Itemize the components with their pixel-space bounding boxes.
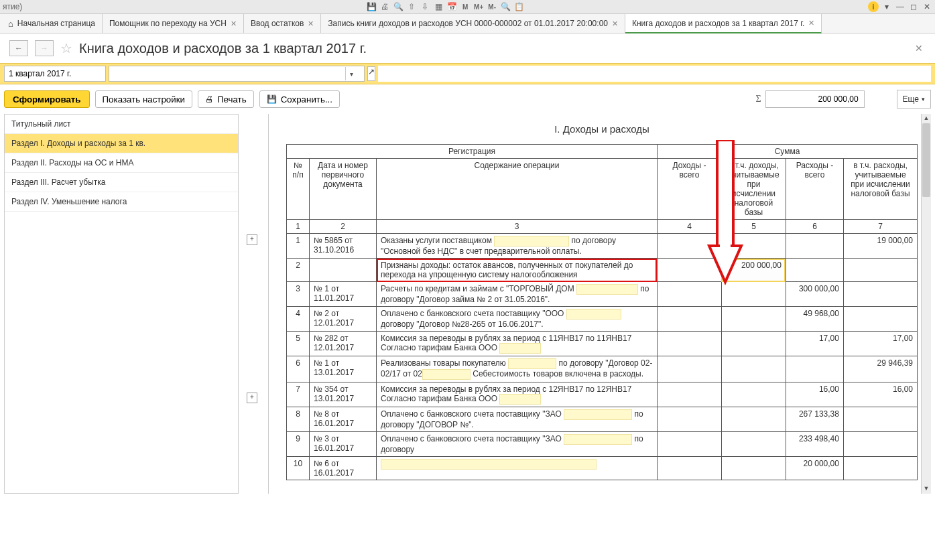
nav-forward-button[interactable]: →	[35, 40, 54, 56]
org-open-icon[interactable]: ↗	[367, 66, 375, 81]
cell-amount-7[interactable]: 17,00	[843, 332, 917, 356]
expand-toggle-1[interactable]: +	[247, 234, 257, 245]
sum-field[interactable]	[765, 90, 865, 108]
tab-4[interactable]: Книга доходов и расходов за 1 квартал 20…	[625, 14, 822, 33]
sidebar-item-4[interactable]: Раздел IV. Уменьшение налога	[5, 192, 238, 212]
cell-amount-6[interactable]	[786, 356, 843, 382]
cell-amount-5[interactable]	[721, 234, 786, 259]
sidebar-item-0[interactable]: Титульный лист	[5, 115, 238, 134]
cell-amount-6[interactable]	[786, 234, 843, 259]
favorite-star-icon[interactable]: ☆	[60, 40, 72, 56]
cell-operation: Оплачено с банковского счета поставщику …	[377, 307, 658, 332]
maximize-icon[interactable]: ◻	[908, 1, 919, 12]
tab-3[interactable]: Запись книги доходов и расходов УСН 0000…	[321, 14, 625, 33]
minimize-icon[interactable]: —	[895, 1, 906, 12]
cell-amount-6[interactable]: 300 000,00	[786, 282, 843, 307]
cell-amount-6[interactable]: 16,00	[786, 382, 843, 407]
cell-amount-6[interactable]	[786, 259, 843, 282]
cell-amount-5[interactable]	[721, 356, 786, 382]
copy-icon[interactable]: 📋	[513, 1, 524, 12]
tab-2[interactable]: Ввод остатков✕	[244, 14, 321, 33]
cell-amount-4[interactable]	[657, 382, 721, 407]
form-button[interactable]: Сформировать	[4, 90, 90, 108]
sidebar-item-3[interactable]: Раздел III. Расчет убытка	[5, 173, 238, 192]
header-expense-tax: в т.ч. расходы, учитываемые при исчислен…	[843, 159, 917, 220]
cell-amount-6[interactable]: 20 000,00	[786, 457, 843, 480]
cell-amount-5[interactable]	[721, 432, 786, 457]
cell-amount-7[interactable]: 16,00	[843, 382, 917, 407]
table-row: 4№ 2 от 12.01.2017Оплачено с банковского…	[287, 307, 918, 332]
cell-amount-5[interactable]	[721, 407, 786, 432]
cell-amount-4[interactable]	[657, 307, 721, 332]
cell-amount-5[interactable]	[721, 332, 786, 356]
cell-amount-5[interactable]	[721, 282, 786, 307]
save-icon[interactable]: 💾	[366, 1, 377, 12]
org-input[interactable]	[109, 67, 345, 80]
tab-close-icon[interactable]: ✕	[808, 19, 814, 27]
org-dropdown-icon[interactable]: ▾	[345, 67, 357, 80]
memory-mplus-icon[interactable]: M+	[473, 1, 484, 12]
print-button[interactable]: 🖨Печать	[198, 90, 254, 108]
nav-back-button[interactable]: ←	[9, 40, 28, 56]
report-toolbar: Сформировать Показать настройки 🖨Печать …	[0, 84, 935, 114]
cell-amount-4[interactable]	[657, 234, 721, 259]
period-combo[interactable]: …	[4, 66, 106, 82]
cell-amount-5[interactable]	[721, 382, 786, 407]
table-row: 10№ 6 от 16.01.201720 000,00	[287, 457, 918, 480]
tab-close-icon[interactable]: ✕	[308, 19, 314, 28]
info-icon[interactable]: i	[868, 1, 879, 12]
close-icon[interactable]: ✕	[922, 1, 932, 12]
cell-amount-4[interactable]	[657, 259, 721, 282]
header-sum: Сумма	[657, 145, 917, 159]
print-icon[interactable]: 🖨	[379, 1, 390, 12]
tab-label: Запись книги доходов и расходов УСН 0000…	[328, 19, 608, 28]
cell-amount-6[interactable]: 49 968,00	[786, 307, 843, 332]
cell-amount-6[interactable]: 17,00	[786, 332, 843, 356]
calendar-icon[interactable]: 📅	[446, 1, 457, 12]
sidebar-item-2[interactable]: Раздел II. Расходы на ОС и НМА	[5, 153, 238, 173]
cell-amount-5[interactable]: 200 000,00	[721, 259, 786, 282]
memory-m-icon[interactable]: M	[460, 1, 471, 12]
cell-amount-4[interactable]	[657, 457, 721, 480]
tab-close-icon[interactable]: ✕	[612, 19, 618, 28]
expand-toggle-2[interactable]: +	[247, 393, 257, 403]
cell-amount-7[interactable]	[843, 432, 917, 457]
tab-close-icon[interactable]: ✕	[231, 19, 237, 28]
download-icon[interactable]: ⇩	[420, 1, 430, 12]
cell-num: 7	[287, 382, 310, 407]
cell-amount-5[interactable]	[721, 457, 786, 480]
memory-mminus-icon[interactable]: M-	[487, 1, 497, 12]
dropdown-icon[interactable]: ▾	[881, 1, 892, 12]
cell-amount-7[interactable]: 19 000,00	[843, 234, 917, 259]
cell-amount-7[interactable]	[843, 259, 917, 282]
cell-amount-7[interactable]	[843, 407, 917, 432]
close-page-icon[interactable]: ✕	[912, 40, 926, 56]
cell-amount-7[interactable]	[843, 307, 917, 332]
search-icon[interactable]: 🔍	[393, 1, 403, 12]
cell-amount-6[interactable]: 267 133,38	[786, 407, 843, 432]
sidebar-item-1[interactable]: Раздел I. Доходы и расходы за 1 кв.	[5, 134, 238, 153]
upload-icon[interactable]: ⇧	[406, 1, 417, 12]
show-settings-button[interactable]: Показать настройки	[95, 90, 192, 108]
cell-amount-4[interactable]	[657, 332, 721, 356]
org-combo[interactable]: ▾	[109, 66, 365, 82]
period-input[interactable]	[5, 67, 113, 80]
cell-amount-6[interactable]: 233 498,40	[786, 432, 843, 457]
cell-amount-5[interactable]	[721, 307, 786, 332]
cell-amount-7[interactable]: 29 946,39	[843, 356, 917, 382]
cell-amount-4[interactable]	[657, 407, 721, 432]
cell-amount-7[interactable]	[843, 457, 917, 480]
save-button[interactable]: 💾Сохранить...	[259, 90, 340, 108]
zoom-icon[interactable]: 🔍	[500, 1, 511, 12]
header-colnum: 3	[377, 220, 658, 234]
header-colnum: 5	[721, 220, 786, 234]
tab-0[interactable]: ⌂Начальная страница	[1, 14, 103, 33]
cell-amount-4[interactable]	[657, 282, 721, 307]
more-button[interactable]: Еще▾	[897, 90, 931, 109]
grid-icon[interactable]: ▦	[433, 1, 444, 12]
cell-amount-4[interactable]	[657, 432, 721, 457]
tab-1[interactable]: Помощник по переходу на УСН✕	[103, 14, 244, 33]
redacted-span	[576, 284, 638, 295]
cell-amount-4[interactable]	[657, 356, 721, 382]
cell-amount-7[interactable]	[843, 282, 917, 307]
